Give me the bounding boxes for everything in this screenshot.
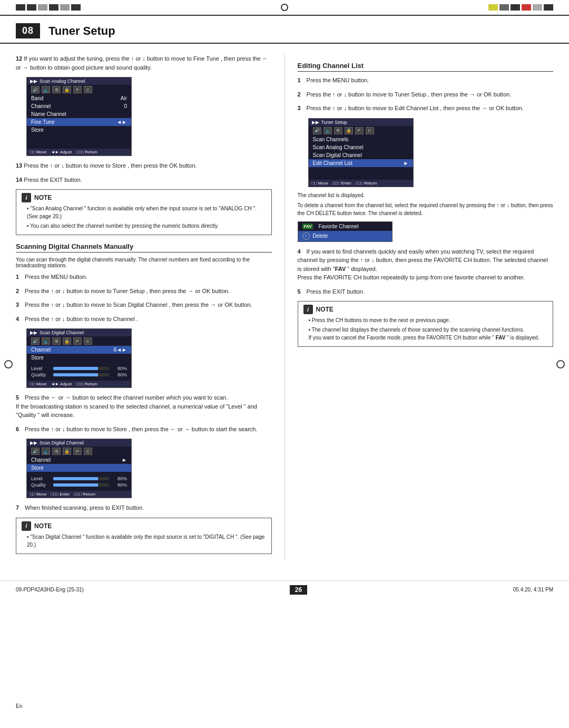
ts-row-scan-channels: Scan Channels — [309, 135, 413, 143]
menu-scan-digital: ▶▶ Scan Digital Channel 🔊 📺 ⚙ 🔒 P C Chan… — [26, 328, 132, 388]
menu-icon: ▶▶ — [30, 79, 37, 84]
note-item-2-1: "Scan Digital Channel " function is avai… — [27, 533, 266, 549]
icon2-6: C — [84, 337, 92, 345]
note-label-3: NOTE — [316, 305, 333, 314]
scan-intro: You can scan through the digital channel… — [16, 257, 272, 268]
menu-row-channel: Channel 0 — [27, 102, 131, 110]
edit-step-1: 1 Press the MENU button. — [298, 76, 554, 85]
icon3-3: ⚙ — [52, 448, 61, 455]
scan-step-7-num: 7 — [16, 504, 23, 511]
edit-step-5-num: 5 — [298, 288, 305, 295]
menu-scan-digital-2-title: Scan Digital Channel — [40, 440, 84, 445]
footer3-move: □□ Move — [30, 492, 46, 497]
fav-badge: FAV — [302, 224, 313, 229]
icon4-4: 🔒 — [345, 127, 353, 134]
menu-icon-sd2: ▶▶ — [30, 440, 37, 445]
menu-tuner-setup-title: Tuner Setup — [321, 120, 347, 125]
icon2-5: P — [73, 337, 82, 345]
sd-level-val: 80% — [112, 366, 127, 371]
edit-step-2-num: 2 — [298, 91, 305, 98]
scan-step-6-num: 6 — [16, 426, 23, 432]
menu-tuner-setup: ▶▶ Tuner Setup 🔊 📺 ⚙ 🔒 P C Scan Channels… — [308, 118, 414, 187]
icon3-6: C — [84, 448, 92, 455]
sd-quality-row: Quality 80% — [27, 372, 131, 377]
section-edit-channel: Editing Channel List — [298, 62, 554, 72]
step-12-num: 12 — [16, 55, 24, 62]
menu-row-name-channel: Name Channel — [27, 110, 131, 118]
sd2-channel-value: ► — [122, 457, 127, 463]
icon-6: C — [84, 86, 92, 93]
footer3-enter: □□□ Enter — [51, 492, 70, 497]
menu-scan-digital-header: ▶▶ Scan Digital Channel — [27, 329, 131, 336]
edit-step-4: 4 If you want to find channels quickly a… — [298, 247, 554, 282]
circle-icon: ○ — [302, 232, 310, 240]
sd-level-bar-bg — [53, 367, 109, 370]
scan-step-1-num: 1 — [16, 274, 23, 280]
chapter-badge: 08 — [16, 23, 40, 38]
block-dark — [511, 4, 520, 11]
page-footer: 09-PDP42A3HD-Eng (25-31) 26 05.4.20, 4:3… — [0, 580, 569, 599]
ts-scan-digital-label: Scan Digital Channel — [313, 152, 362, 158]
top-left-blocks — [16, 4, 81, 11]
side-circle-right — [556, 360, 565, 368]
footer2-return: □□□ Return — [76, 382, 97, 386]
fav-label: Favorite Channel — [318, 224, 358, 229]
sd-quality-bar-bg — [53, 373, 109, 376]
scan-step-6: 6 Press the ↑ or ↓ button to move to Sto… — [16, 425, 272, 434]
section-scan-digital: Scanning Digital Channels Manually — [16, 242, 272, 253]
icon3-4: 🔒 — [63, 448, 71, 455]
menu-row-fine-tune: Fine Tune ◄► — [27, 118, 131, 126]
icon4-3: ⚙ — [334, 127, 342, 134]
sd2-level-label: Level — [31, 476, 50, 481]
block-dark2 — [544, 4, 553, 11]
step-12-text: If you want to adjust the tuning, press … — [16, 55, 268, 71]
menu-footer-4: □□ Move □□□ Enter □□□ Return — [309, 180, 413, 187]
note-icon-2: i — [22, 521, 31, 531]
ts-edit-channel-label: Edit Channel List — [313, 160, 353, 166]
step-12: 12 If you want to adjust the tuning, pre… — [16, 54, 272, 72]
footer2-adjust: ◄► Adjust — [51, 382, 72, 386]
edit-menu-box: FAV Favorite Channel ○ Delete — [298, 221, 393, 242]
scan-step-1-text: Press the MENU button. — [25, 274, 87, 280]
sd2-level-bar-fill — [53, 477, 98, 480]
sd2-row-channel: Channel ► — [27, 456, 131, 464]
fine-tune-label: Fine Tune — [31, 119, 54, 125]
sd-channel-label: Channel — [31, 347, 51, 353]
icon4-2: 📺 — [323, 127, 332, 134]
name-channel-label: Name Channel — [31, 111, 66, 117]
footer4-enter: □□□ Enter — [332, 181, 351, 186]
icon3-5: P — [73, 448, 82, 455]
icon2-2: 📺 — [42, 337, 50, 345]
block2 — [27, 4, 36, 11]
note-item-1-1: "Scan Analog Channel " function is avail… — [27, 205, 266, 220]
sd-row-store: Store — [27, 354, 131, 362]
sd-quality-label: Quality — [31, 372, 50, 377]
edit-delete-row: ○ Delete — [298, 231, 392, 241]
footer3-return: □□□ Return — [74, 492, 95, 497]
band-label: Band — [31, 95, 43, 101]
note-title-1: i NOTE — [22, 193, 266, 202]
step-13-num: 13 — [16, 162, 24, 169]
block-light — [533, 4, 542, 11]
menu-footer-1: □□ Move ◄► Adjust □□□ Return — [27, 149, 131, 156]
fine-tune-icon: ◄► — [116, 119, 127, 125]
ts-scan-analog-label: Scan Analog Channel — [313, 144, 364, 150]
sd-level-bar-fill — [53, 367, 98, 370]
sd2-quality-row: Quality 80% — [27, 482, 131, 488]
sd2-level-bar-bg — [53, 477, 109, 480]
edit-step-2-text: Press the ↑ or ↓ button to move to Tuner… — [307, 91, 512, 98]
icon3-1: 🔊 — [31, 448, 40, 455]
icon4-5: P — [355, 127, 364, 134]
step-14: 14 Press the EXIT button. — [16, 176, 272, 185]
edit-step-5: 5 Press the EXIT button. — [298, 287, 554, 296]
sd2-channel-label: Channel — [31, 457, 51, 463]
footer2-move: □□ Move — [30, 382, 46, 386]
icon-4: 🔒 — [63, 86, 71, 93]
edit-step-4-text: If you want to find channels quickly and… — [298, 248, 548, 281]
note-item-1-2: You can also select the channel number b… — [27, 222, 266, 230]
menu-scan-digital-title: Scan Digital Channel — [40, 330, 84, 335]
scan-step-4-text: Press the ↑ or ↓ button to move to Chann… — [25, 316, 138, 322]
scan-step-2-text: Press the ↑ or ↓ button to move to Tuner… — [25, 288, 230, 294]
block-yellow — [488, 4, 498, 11]
ts-row-edit-channel: Edit Channel List ► — [309, 159, 413, 167]
